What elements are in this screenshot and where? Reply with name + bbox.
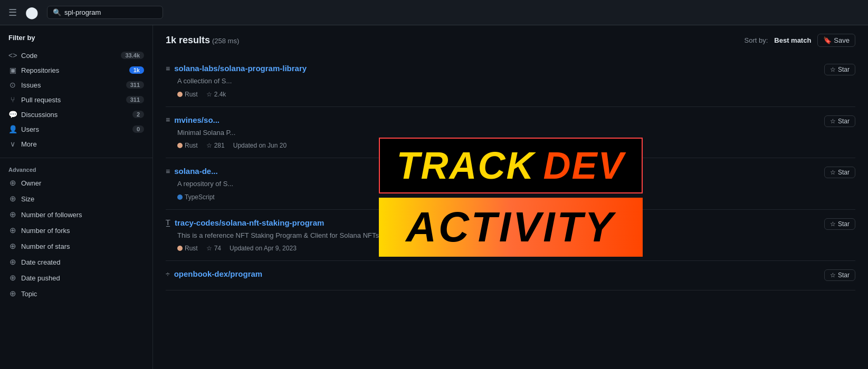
- repo-link[interactable]: openbook-dex/program: [174, 269, 263, 278]
- date-created-label: Date created: [21, 258, 60, 266]
- users-badge: 0: [132, 125, 144, 133]
- repo-description: Minimal Solana P...: [177, 128, 855, 138]
- language-dot: [177, 246, 183, 251]
- star-button[interactable]: ☆ Star: [824, 115, 855, 127]
- sort-by-label: Sort by:: [744, 36, 768, 44]
- repo-language: Rust: [185, 142, 198, 149]
- sidebar-item-owner[interactable]: ⊕ Owner: [0, 175, 152, 191]
- advanced-section-title: Advanced: [0, 164, 152, 175]
- table-row: ≡ solana-labs/solana-program-library A c…: [166, 55, 855, 107]
- search-box[interactable]: 🔍: [47, 6, 163, 19]
- language-dot: [177, 143, 183, 148]
- sidebar-more-label: More: [21, 140, 37, 148]
- repo-type-icon: T̲: [166, 218, 170, 227]
- star-button[interactable]: ☆ Star: [824, 269, 855, 281]
- star-icon-btn: ☆: [830, 271, 836, 279]
- language-dot: [177, 195, 183, 200]
- results-actions: Sort by: Best match 🔖 Save: [744, 34, 855, 47]
- repo-stars: 281: [214, 142, 225, 149]
- sidebar-item-number-of-followers[interactable]: ⊕ Number of followers: [0, 207, 152, 222]
- number-of-forks-label: Number of forks: [21, 227, 70, 235]
- pr-badge: 311: [126, 96, 144, 103]
- repo-description: This is a reference NFT Staking Program …: [177, 230, 855, 241]
- repo-meta: Rust ☆ 281 Updated on Jun 20: [177, 142, 855, 149]
- hamburger-icon[interactable]: ☰: [8, 7, 17, 18]
- sidebar-item-date-created[interactable]: ⊕ Date created: [0, 254, 152, 270]
- star-icon: ☆: [206, 245, 212, 252]
- code-icon: <>: [8, 51, 17, 60]
- pr-icon: ⑂: [8, 95, 17, 104]
- sidebar-item-topic[interactable]: ⊕ Topic: [0, 286, 152, 302]
- repo-link[interactable]: mvines/so...: [174, 115, 220, 124]
- sidebar: Filter by <> Code 33.4k ▣ Repositories 1…: [0, 25, 153, 369]
- sidebar-users-label: Users: [21, 125, 39, 133]
- star-button[interactable]: ☆ Star: [824, 64, 855, 75]
- sidebar-item-pull-requests[interactable]: ⑂ Pull requests 311: [0, 92, 152, 107]
- sidebar-item-repositories[interactable]: ▣ Repositories 1k: [0, 63, 152, 77]
- code-badge: 33.4k: [121, 52, 144, 59]
- sidebar-divider: [0, 158, 152, 158]
- repo-meta: TypeScript: [177, 193, 855, 201]
- repo-description: A collection of S...: [177, 76, 855, 86]
- star-icon-btn: ☆: [830, 220, 836, 228]
- sidebar-pr-label: Pull requests: [21, 96, 61, 104]
- language-dot: [177, 92, 183, 97]
- repo-stars: 2.4k: [214, 91, 226, 98]
- star-button[interactable]: ☆ Star: [824, 218, 855, 230]
- filter-by-label: Filter by: [0, 34, 152, 48]
- plus-topic-icon: ⊕: [8, 289, 17, 298]
- discussions-badge: 2: [132, 111, 144, 118]
- discussions-icon: 💬: [8, 110, 17, 119]
- search-icon: 🔍: [53, 8, 61, 16]
- sidebar-item-date-pushed[interactable]: ⊕ Date pushed: [0, 270, 152, 286]
- plus-followers-icon: ⊕: [8, 210, 17, 219]
- sidebar-issues-label: Issues: [21, 81, 41, 89]
- sidebar-item-code[interactable]: <> Code 33.4k: [0, 48, 152, 63]
- sort-select-button[interactable]: Best match: [774, 36, 811, 44]
- top-nav: ☰ ⬤ 🔍: [0, 0, 868, 25]
- owner-label: Owner: [21, 179, 41, 187]
- size-label: Size: [21, 195, 34, 203]
- repo-updated: Updated on Apr 9, 2023: [230, 245, 297, 252]
- repo-link[interactable]: tracy-codes/solana-nft-staking-program: [175, 218, 324, 227]
- plus-date-pushed-icon: ⊕: [8, 273, 17, 283]
- topic-label: Topic: [21, 290, 37, 298]
- search-input[interactable]: [64, 8, 157, 16]
- sidebar-code-label: Code: [21, 52, 37, 60]
- repo-link[interactable]: solana-labs/solana-program-library: [174, 64, 307, 73]
- repo-updated: Updated on Jun 20: [233, 142, 287, 149]
- star-icon: ☆: [206, 142, 212, 149]
- sidebar-item-number-of-stars[interactable]: ⊕ Number of stars: [0, 238, 152, 254]
- repo-type-icon: ≡: [166, 167, 170, 176]
- sidebar-item-discussions[interactable]: 💬 Discussions 2: [0, 107, 152, 122]
- sidebar-repo-label: Repositories: [21, 66, 59, 74]
- repo-link[interactable]: solana-de...: [174, 167, 218, 176]
- issues-badge: 311: [126, 81, 144, 89]
- repo-icon: ▣: [8, 66, 17, 74]
- issues-icon: ⊙: [8, 81, 17, 89]
- sidebar-item-size[interactable]: ⊕ Size: [0, 191, 152, 207]
- star-button[interactable]: ☆ Star: [824, 167, 855, 178]
- repo-type-icon: ÷: [166, 270, 170, 278]
- repo-language: Rust: [185, 245, 198, 252]
- star-icon-btn: ☆: [830, 118, 836, 125]
- main-layout: Filter by <> Code 33.4k ▣ Repositories 1…: [0, 25, 868, 369]
- repo-meta: Rust ☆ 2.4k: [177, 91, 855, 98]
- sidebar-item-users[interactable]: 👤 Users 0: [0, 122, 152, 137]
- sidebar-item-more[interactable]: ∨ More: [0, 137, 152, 151]
- repo-badge: 1k: [129, 66, 144, 74]
- users-icon: 👤: [8, 125, 17, 133]
- sidebar-item-number-of-forks[interactable]: ⊕ Number of forks: [0, 222, 152, 238]
- table-row: ≡ solana-de... A repository of S... Type…: [166, 158, 855, 210]
- results-header: 1k results (258 ms) Sort by: Best match …: [166, 34, 855, 47]
- plus-forks-icon: ⊕: [8, 226, 17, 235]
- repo-stars: 74: [214, 245, 221, 252]
- content-area: 1k results (258 ms) Sort by: Best match …: [153, 25, 868, 369]
- star-icon-btn: ☆: [830, 66, 836, 73]
- sidebar-item-issues[interactable]: ⊙ Issues 311: [0, 77, 152, 92]
- plus-date-created-icon: ⊕: [8, 257, 17, 267]
- repo-type-icon: ≡: [166, 115, 170, 124]
- repo-description: A repository of S...: [177, 179, 855, 189]
- repo-language: TypeScript: [185, 193, 215, 201]
- save-button[interactable]: 🔖 Save: [817, 34, 855, 47]
